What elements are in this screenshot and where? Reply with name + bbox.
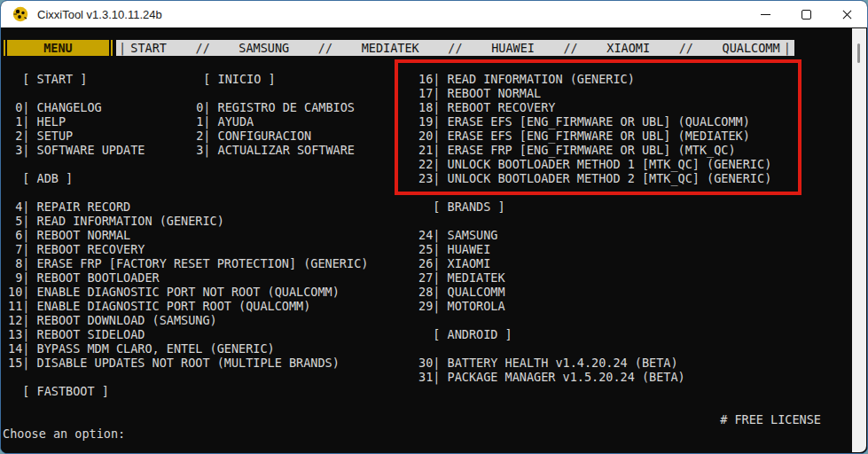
strip-right-pipe: | bbox=[784, 40, 791, 56]
console-line: [ ADB ] bbox=[8, 171, 368, 185]
app-logo-icon[interactable] bbox=[12, 6, 28, 22]
minimize-icon bbox=[761, 14, 770, 15]
vertical-scrollbar[interactable] bbox=[852, 28, 866, 452]
maximize-button[interactable] bbox=[786, 1, 826, 27]
console-line: 21| ERASE FRP [ENG_FIRMWARE OR UBL] (MTK… bbox=[418, 143, 771, 157]
tab-start[interactable]: START bbox=[130, 41, 167, 55]
command-prompt-input[interactable]: Choose an option: bbox=[3, 427, 125, 441]
console-line: 6| REBOOT NORMAL bbox=[8, 228, 368, 242]
console-line: 17| REBOOT NORMAL bbox=[418, 86, 771, 100]
console-line: 16| READ INFORMATION (GENERIC) bbox=[418, 72, 771, 86]
console-line: [ FASTBOOT ] bbox=[8, 384, 368, 398]
window-controls bbox=[745, 1, 867, 27]
console-line: 11| ENABLE DIAGNOSTIC PORT ROOT (QUALCOM… bbox=[8, 299, 368, 313]
console-line: [ INICIO ] bbox=[189, 72, 355, 86]
window-title: CixxiTool v1.3.10.11.24b bbox=[37, 8, 162, 21]
console-line: 31| PACKAGE MANAGER v1.5.20.24 (BETA) bbox=[418, 370, 771, 384]
tab-separator: // bbox=[196, 41, 210, 55]
minimize-button[interactable] bbox=[745, 1, 786, 27]
console-line: 8| ERASE FRP [FACTORY RESET PROTECTION] … bbox=[8, 256, 368, 270]
tab-huawei[interactable]: HUAWEI bbox=[491, 41, 535, 55]
console-line: 12| REBOOT DOWNLOAD (SAMSUNG) bbox=[8, 313, 368, 327]
strip-left-pipe: | bbox=[119, 40, 126, 56]
console-line: 9| REBOOT BOOTLOADER bbox=[8, 270, 368, 285]
gold-separator-bar bbox=[111, 40, 113, 56]
console-line: 5| READ INFORMATION (GENERIC) bbox=[8, 214, 368, 228]
console-line: 0| REGISTRO DE CAMBIOS bbox=[189, 100, 355, 114]
console-line bbox=[418, 341, 771, 356]
gold-edge-bar bbox=[4, 40, 5, 56]
console-line: 15| DISABLE UPDATES NOT ROOT (MULTIPLE B… bbox=[8, 356, 368, 370]
menu-strip: MENU | START // SAMSUNG // MEDIATEK // H… bbox=[1, 40, 851, 56]
console-line: 19| ERASE EFS [ENG_FIRMWARE OR UBL] (QUA… bbox=[418, 114, 771, 129]
console-line bbox=[418, 313, 771, 327]
console-line: 1| AYUDA bbox=[189, 114, 355, 129]
console-line: 13| REBOOT SIDELOAD bbox=[8, 327, 368, 341]
scrollbar-thumb[interactable] bbox=[857, 43, 860, 63]
console-line: 22| UNLOCK BOOTLOADER METHOD 1 [MTK_QC] … bbox=[418, 157, 771, 171]
console-line: 10| ENABLE DIAGNOSTIC PORT NOT ROOT (QUA… bbox=[8, 285, 368, 299]
brand-tab-strip: | START // SAMSUNG // MEDIATEK // HUAWEI… bbox=[116, 40, 794, 56]
console-line: 23| UNLOCK BOOTLOADER METHOD 2 [MTK_QC] … bbox=[418, 171, 771, 185]
console-line: 27| MEDIATEK bbox=[418, 270, 771, 285]
console-area: MENU | START // SAMSUNG // MEDIATEK // H… bbox=[1, 27, 867, 453]
console-line: 14| BYPASS MDM CLARO, ENTEL (GENERIC) bbox=[8, 341, 368, 356]
tab-qualcomm[interactable]: QUALCOMM bbox=[723, 41, 780, 55]
console-line bbox=[8, 185, 368, 200]
console-line: 29| MOTOROLA bbox=[418, 299, 771, 313]
console-line: 26| XIAOMI bbox=[418, 256, 771, 270]
console-line: 2| CONFIGURACION bbox=[189, 129, 355, 143]
console-line: 3| ACTUALIZAR SOFTWARE bbox=[189, 143, 355, 157]
console-line: 24| SAMSUNG bbox=[418, 228, 771, 242]
close-button[interactable] bbox=[826, 1, 867, 27]
console-line bbox=[189, 86, 355, 100]
tab-xiaomi[interactable]: XIAOMI bbox=[606, 41, 650, 55]
tab-mediatek[interactable]: MEDIATEK bbox=[362, 41, 419, 55]
console-line: 25| HUAWEI bbox=[418, 242, 771, 256]
tab-separator: // bbox=[679, 41, 693, 55]
console-line bbox=[418, 185, 771, 200]
tab-menu-active[interactable]: MENU bbox=[7, 40, 109, 56]
console-line: 7| REBOOT RECOVERY bbox=[8, 242, 368, 256]
tab-separator: // bbox=[318, 41, 332, 55]
console-line bbox=[8, 157, 368, 171]
console-line: 20| ERASE EFS [ENG_FIRMWARE OR UBL] (MED… bbox=[418, 129, 771, 143]
tab-samsung[interactable]: SAMSUNG bbox=[239, 41, 289, 55]
app-window: CixxiTool v1.3.10.11.24b MENU | START //… bbox=[0, 0, 868, 454]
license-status: # FREE LICENSE bbox=[720, 412, 821, 427]
title-bar[interactable]: CixxiTool v1.3.10.11.24b bbox=[1, 1, 867, 27]
console-line: 18| REBOOT RECOVERY bbox=[418, 100, 771, 114]
tab-separator: // bbox=[563, 41, 577, 55]
console-line: [ ANDROID ] bbox=[418, 327, 771, 341]
console-line bbox=[418, 214, 771, 228]
console-line: [ BRANDS ] bbox=[418, 200, 771, 214]
menu-column-middle: [ INICIO ] 0| REGISTRO DE CAMBIOS 1| AYU… bbox=[189, 72, 355, 157]
tab-separator: // bbox=[448, 41, 462, 55]
console-line: 30| BATTERY HEALTH v1.4.20.24 (BETA) bbox=[418, 356, 771, 370]
maximize-icon bbox=[802, 10, 811, 20]
console-line bbox=[8, 370, 368, 384]
console-line: 28| QUALCOMM bbox=[418, 285, 771, 299]
close-icon bbox=[842, 10, 852, 20]
console-line: 4| REPAIR RECORD bbox=[8, 200, 368, 214]
menu-column-right: 16| READ INFORMATION (GENERIC)17| REBOOT… bbox=[418, 72, 771, 384]
